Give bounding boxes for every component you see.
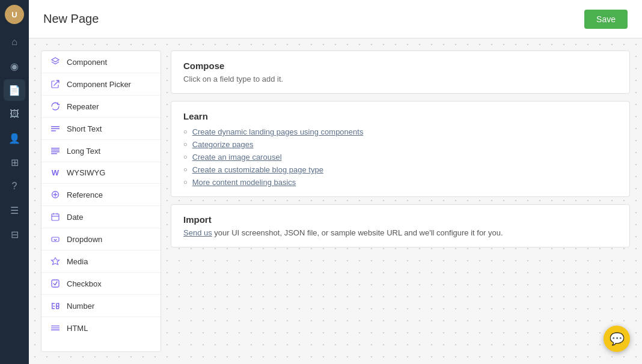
svg-rect-22 <box>51 327 60 328</box>
number-label: Number <box>67 302 94 311</box>
compose-subtitle: Click on a field type to add it. <box>183 74 617 83</box>
svg-rect-14 <box>52 308 55 309</box>
wysiwyg-icon: W <box>50 168 61 177</box>
learn-list-item: Create an image carousel <box>183 153 617 162</box>
main-area: New Page Save Component <box>29 0 642 364</box>
sidebar-item-analytics[interactable]: ◉ <box>4 55 25 77</box>
long-text-icon <box>50 146 61 156</box>
short-text-label: Short Text <box>67 124 102 133</box>
svg-rect-0 <box>51 126 60 127</box>
save-button[interactable]: Save <box>584 10 628 29</box>
layers-icon <box>50 57 61 67</box>
svg-rect-17 <box>58 303 60 306</box>
number-icon <box>50 301 61 311</box>
learn-card: Learn Create dynamic landing pages using… <box>171 101 630 197</box>
import-title: Import <box>183 214 617 225</box>
sidebar-item-layers[interactable]: ⊞ <box>4 151 25 173</box>
component-item-date[interactable]: Date <box>41 206 160 228</box>
repeat-icon <box>50 102 61 111</box>
svg-rect-8 <box>52 214 59 220</box>
checkbox-label: Checkbox <box>67 279 102 288</box>
reference-label: Reference <box>67 190 103 199</box>
dropdown-icon <box>50 234 61 244</box>
sidebar-item-document[interactable]: 📄 <box>4 79 25 101</box>
import-description: your UI screenshot, JSON file, or sample… <box>212 228 503 237</box>
import-card: Import Send us your UI screenshot, JSON … <box>171 204 630 247</box>
dropdown-label: Dropdown <box>67 235 102 244</box>
component-item-media[interactable]: Media <box>41 250 160 273</box>
short-text-icon <box>50 124 61 133</box>
svg-rect-20 <box>56 308 59 309</box>
svg-rect-6 <box>51 153 57 154</box>
avatar[interactable]: U <box>5 5 24 24</box>
sidebar-item-home[interactable]: ⌂ <box>4 31 25 53</box>
send-us-link[interactable]: Send us <box>183 228 212 237</box>
right-panel: Compose Click on a field type to add it.… <box>171 50 630 352</box>
learn-link-5[interactable]: More content modeling basics <box>192 178 296 187</box>
reference-icon <box>50 190 61 199</box>
import-text: Send us your UI screenshot, JSON file, o… <box>183 228 617 237</box>
compose-title: Compose <box>183 61 617 71</box>
component-item-checkbox[interactable]: Checkbox <box>41 273 160 295</box>
html-label: HTML <box>67 324 88 333</box>
sidebar-item-stack[interactable]: ⊟ <box>4 223 25 245</box>
svg-rect-12 <box>52 303 55 305</box>
learn-link-4[interactable]: Create a customizable blog page type <box>192 165 323 174</box>
page-title: New Page <box>43 12 99 26</box>
component-item-short-text[interactable]: Short Text <box>41 118 160 140</box>
learn-list-item: Create a customizable blog page type <box>183 165 617 174</box>
date-icon <box>50 212 61 222</box>
compose-card: Compose Click on a field type to add it. <box>171 50 630 94</box>
learn-list-item: Categorize pages <box>183 140 617 149</box>
sidebar-item-image[interactable]: 🖼 <box>4 103 25 125</box>
picker-icon <box>50 79 61 89</box>
component-item-html[interactable]: HTML <box>41 317 160 339</box>
component-item-long-text[interactable]: Long Text <box>41 140 160 162</box>
learn-list-item: Create dynamic landing pages using compo… <box>183 127 617 136</box>
component-item-reference[interactable]: Reference <box>41 184 160 206</box>
svg-rect-13 <box>54 306 55 307</box>
svg-rect-23 <box>51 330 60 330</box>
svg-rect-10 <box>52 280 59 287</box>
component-item-picker[interactable]: Component Picker <box>41 73 160 96</box>
component-item-dropdown[interactable]: Dropdown <box>41 228 160 250</box>
sidebar-item-notes[interactable]: ☰ <box>4 199 25 221</box>
component-picker-label: Component Picker <box>67 80 131 89</box>
sidebar: U ⌂ ◉ 📄 🖼 👤 ⊞ ? ☰ ⊟ <box>0 0 29 364</box>
long-text-label: Long Text <box>67 147 100 156</box>
learn-title: Learn <box>183 111 617 121</box>
sidebar-item-users[interactable]: 👤 <box>4 127 25 149</box>
component-item-number[interactable]: Number <box>41 295 160 317</box>
svg-rect-21 <box>51 326 60 326</box>
learn-link-1[interactable]: Create dynamic landing pages using compo… <box>192 127 364 136</box>
content-area: Component Component Picker <box>29 38 642 364</box>
component-panel: Component Component Picker <box>41 50 161 352</box>
html-icon <box>50 323 61 333</box>
learn-link-3[interactable]: Create an image carousel <box>192 153 282 162</box>
svg-rect-4 <box>51 150 60 151</box>
component-item-repeater[interactable]: Repeater <box>41 96 160 118</box>
chat-button[interactable]: 💬 <box>604 326 630 352</box>
learn-link-2[interactable]: Categorize pages <box>192 140 254 149</box>
svg-rect-3 <box>51 148 60 149</box>
component-label: Component <box>67 58 107 67</box>
svg-rect-19 <box>58 306 60 309</box>
media-icon <box>50 256 61 266</box>
checkbox-icon <box>50 279 61 288</box>
component-item-component[interactable]: Component <box>41 51 160 73</box>
component-item-wysiwyg[interactable]: W WYSIWYG <box>41 162 160 184</box>
learn-list: Create dynamic landing pages using compo… <box>183 127 617 187</box>
page-header: New Page Save <box>29 0 642 38</box>
wysiwyg-label: WYSIWYG <box>67 168 105 177</box>
svg-rect-5 <box>51 151 60 153</box>
media-label: Media <box>67 257 88 266</box>
svg-rect-2 <box>51 130 56 132</box>
date-label: Date <box>67 213 83 222</box>
svg-rect-1 <box>51 129 60 130</box>
learn-list-item: More content modeling basics <box>183 178 617 187</box>
sidebar-item-help[interactable]: ? <box>4 175 25 197</box>
repeater-label: Repeater <box>67 102 99 111</box>
